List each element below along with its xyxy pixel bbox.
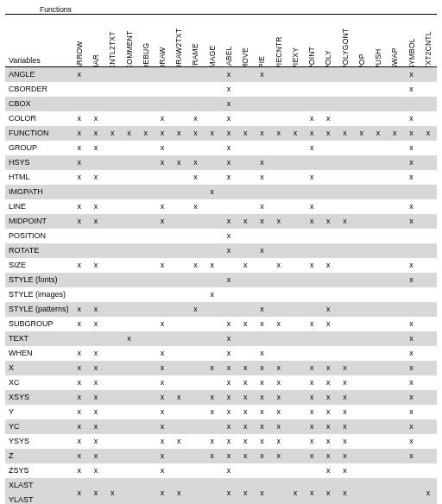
cell: [121, 346, 137, 361]
cell: x: [87, 317, 104, 331]
cell: [287, 317, 303, 331]
cell: [121, 463, 137, 478]
cell: [369, 229, 386, 243]
cell: [104, 273, 121, 287]
cell: [237, 170, 254, 185]
cell: x: [204, 185, 220, 199]
cell: x: [87, 111, 104, 126]
cell: [171, 463, 187, 478]
cell: [87, 67, 104, 82]
cell: [337, 141, 353, 155]
cell: [187, 361, 204, 375]
cell: [304, 155, 320, 170]
cell: x: [87, 361, 104, 375]
functions-variables-matrix: Functions Variables ARROWBARCNTL2TXTCOMM…: [5, 5, 437, 504]
cell: [387, 434, 403, 449]
cell: [270, 170, 287, 185]
row-line: LINExxxxxxx: [5, 199, 437, 214]
cell: [420, 273, 437, 287]
cell: [369, 155, 386, 170]
col-cntl2txt: CNTL2TXT: [104, 15, 121, 67]
cell: [104, 287, 121, 302]
cell: x: [403, 214, 420, 229]
cell: [171, 346, 187, 361]
cell: x: [254, 155, 270, 170]
cell: [71, 287, 87, 302]
cell: [337, 185, 353, 199]
cell: x: [254, 170, 270, 185]
cell: [420, 199, 437, 214]
cell: [121, 199, 137, 214]
cell: x: [287, 478, 303, 505]
cell: x: [337, 463, 353, 478]
cell: [237, 273, 254, 287]
cell: [403, 97, 420, 111]
cell: [104, 346, 121, 361]
row-label: XLAST: [5, 478, 71, 493]
cell: [137, 317, 154, 331]
cell: [204, 214, 220, 229]
cell: [137, 199, 154, 214]
cell: [254, 141, 270, 155]
cell: [204, 141, 220, 155]
cell: [353, 405, 369, 419]
cell: x: [237, 449, 254, 463]
cell: [187, 331, 204, 346]
cell: [137, 434, 154, 449]
cell: [369, 346, 386, 361]
cell: [87, 243, 104, 258]
cell: x: [237, 258, 254, 273]
cell: [353, 229, 369, 243]
cell: [104, 405, 121, 419]
cell: [171, 375, 187, 390]
col-label: PIEXY: [291, 54, 300, 67]
cell: x: [154, 214, 170, 229]
cell: [121, 214, 137, 229]
cell: [204, 97, 220, 111]
col-polygont: POLYGONT: [337, 15, 353, 67]
cell: [369, 273, 386, 287]
row-label: STYLE (fonts): [5, 273, 71, 287]
col-image: IMAGE: [204, 15, 220, 67]
cell: [121, 390, 137, 405]
cell: [387, 463, 403, 478]
col-label: POLYGONT: [341, 54, 350, 67]
cell: [137, 229, 154, 243]
cell: x: [220, 405, 237, 419]
cell: [387, 67, 403, 82]
cell: x: [369, 126, 386, 141]
cell: x: [254, 449, 270, 463]
cell: [387, 199, 403, 214]
row-z: Zxxxxxxxxxxxx: [5, 449, 437, 463]
cell: [420, 243, 437, 258]
cell: [387, 375, 403, 390]
cell: [287, 361, 303, 375]
cell: [237, 67, 254, 82]
row-label: CBORDER: [5, 82, 71, 97]
cell: x: [270, 375, 287, 390]
cell: x: [237, 126, 254, 141]
cell: [121, 258, 137, 273]
cell: [353, 155, 369, 170]
cell: x: [337, 390, 353, 405]
cell: [420, 258, 437, 273]
col-move: MOVE: [237, 15, 254, 67]
cell: [320, 97, 337, 111]
cell: [237, 82, 254, 97]
cell: x: [254, 375, 270, 390]
row-label: YC: [5, 419, 71, 434]
cell: [237, 229, 254, 243]
cell: x: [154, 258, 170, 273]
col-bar: BAR: [87, 15, 104, 67]
cell: x: [403, 199, 420, 214]
cell: [154, 185, 170, 199]
cell: [87, 273, 104, 287]
cell: x: [104, 478, 121, 505]
cell: [369, 375, 386, 390]
cell: [420, 317, 437, 331]
row-position: POSITIONx: [5, 229, 437, 243]
cell: [403, 287, 420, 302]
cell: [121, 82, 137, 97]
cell: [287, 185, 303, 199]
cell: [137, 82, 154, 97]
